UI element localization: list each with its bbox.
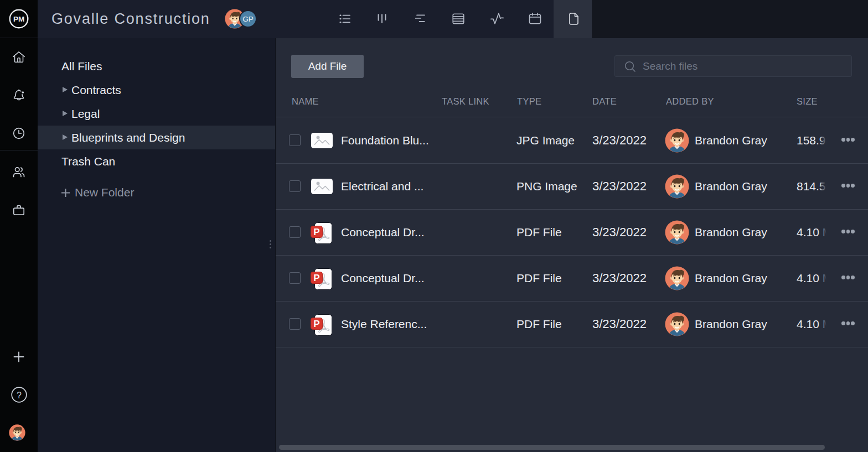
svg-text:?: ? [17, 391, 22, 400]
svg-text:PM: PM [13, 15, 24, 23]
